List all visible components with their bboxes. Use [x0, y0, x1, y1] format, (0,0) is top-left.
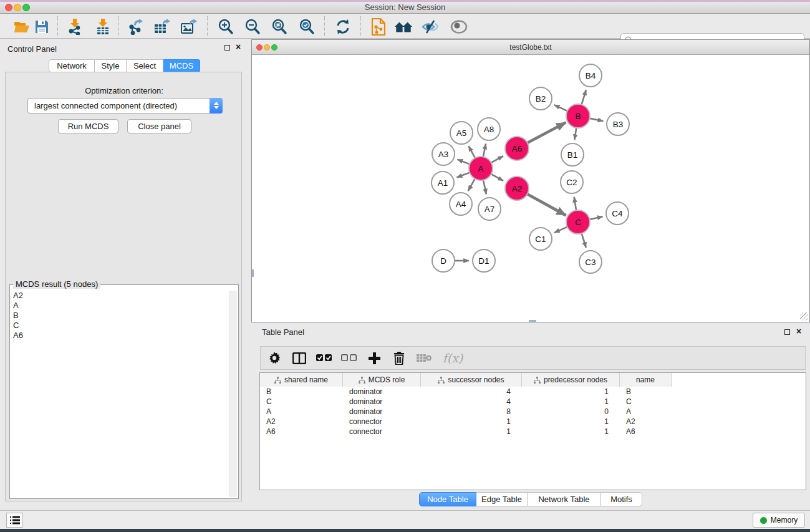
table-cell[interactable]: B [260, 387, 343, 396]
table-cell[interactable]: A6 [260, 427, 343, 436]
tab-motifs[interactable]: Motifs [601, 492, 642, 506]
graph-node-A4[interactable]: A4 [450, 193, 472, 215]
graph-node-B2[interactable]: B2 [529, 87, 552, 110]
tab-style[interactable]: Style [95, 59, 127, 72]
import-network-icon[interactable] [65, 19, 84, 35]
table-cell[interactable]: 1 [522, 427, 620, 436]
graph-node-B3[interactable]: B3 [607, 113, 629, 135]
new-network-from-file-icon[interactable] [369, 19, 388, 35]
graph-node-C[interactable]: C [566, 210, 590, 234]
tab-mcds[interactable]: MCDS [163, 59, 200, 72]
table-cell[interactable]: C [620, 397, 672, 406]
table-cell[interactable]: B [620, 387, 672, 396]
table-row[interactable]: A6connector11A6 [260, 427, 806, 437]
graph-node-B[interactable]: B [566, 104, 590, 128]
zoom-in-icon[interactable] [216, 19, 235, 35]
table-cell[interactable]: 8 [421, 407, 522, 416]
column-header-shared-name[interactable]: shared name [260, 373, 343, 387]
graph-node-B1[interactable]: B1 [561, 143, 584, 166]
column-header-successor-nodes[interactable]: successor nodes [421, 373, 522, 387]
column-settings-gear-icon[interactable] [266, 352, 283, 364]
table-cell[interactable]: 4 [421, 397, 522, 406]
show-graphics-details-icon[interactable] [450, 19, 468, 35]
column-header-predecessor-nodes[interactable]: predecessor nodes [522, 373, 620, 387]
network-graph-canvas[interactable]: AA6A2BCA5A8A3A1A4A7B2B4B3B1C2C4C1C3DD1 [252, 56, 809, 322]
table-cell[interactable]: 1 [522, 417, 620, 426]
optimization-criterion-select[interactable]: largest connected component (directed) [27, 98, 223, 114]
export-network-icon[interactable] [127, 19, 145, 35]
network-window-titlebar[interactable]: testGlobe.txt [252, 40, 809, 55]
mcds-result-list[interactable]: A2ABCA6 [11, 291, 229, 497]
run-mcds-button[interactable]: Run MCDS [58, 119, 118, 133]
column-header-name[interactable]: name [620, 373, 672, 387]
table-cell[interactable]: 4 [421, 387, 522, 396]
tab-network[interactable]: Network [49, 59, 95, 72]
table-cell[interactable]: connector [343, 427, 421, 436]
table-row[interactable]: Adominator80A [260, 407, 806, 417]
zoom-selected-icon[interactable] [297, 19, 316, 35]
tab-edge-table[interactable]: Edge Table [476, 492, 528, 506]
column-header-MCDS-role[interactable]: MCDS role [343, 373, 421, 387]
mcds-result-item[interactable]: B [13, 311, 229, 321]
refresh-view-icon[interactable] [334, 19, 352, 35]
control-panel-close-button[interactable]: × [236, 43, 241, 51]
graph-node-A6[interactable]: A6 [505, 137, 529, 160]
mcds-result-item[interactable]: C [13, 321, 229, 331]
graph-node-D[interactable]: D [432, 249, 455, 272]
table-cell[interactable]: 1 [421, 417, 522, 426]
tab-node-table[interactable]: Node Table [419, 492, 476, 506]
tab-network-table[interactable]: Network Table [528, 492, 601, 506]
table-cell[interactable]: A [260, 407, 343, 416]
graph-node-B4[interactable]: B4 [579, 64, 602, 87]
table-cell[interactable]: A2 [620, 417, 672, 426]
graph-node-A[interactable]: A [469, 157, 493, 180]
table-row[interactable]: Cdominator41C [260, 397, 806, 407]
toggle-table-mode-icon[interactable] [291, 352, 308, 364]
table-cell[interactable]: 0 [522, 407, 620, 416]
graph-node-D1[interactable]: D1 [473, 249, 495, 272]
control-panel-float-button[interactable] [224, 44, 230, 52]
table-row[interactable]: A2connector11A2 [260, 417, 806, 427]
table-cell[interactable]: 1 [522, 397, 620, 406]
import-table-icon[interactable] [94, 19, 112, 35]
zoom-out-icon[interactable] [243, 19, 262, 35]
node-table[interactable]: shared nameMCDS rolesuccessor nodesprede… [259, 372, 806, 490]
table-cell[interactable]: 1 [522, 387, 620, 396]
graph-node-C4[interactable]: C4 [606, 202, 629, 225]
table-cell[interactable]: A6 [620, 427, 672, 436]
memory-button[interactable]: Memory [753, 513, 805, 528]
table-cell[interactable]: 1 [421, 427, 522, 436]
table-cell[interactable]: connector [343, 417, 421, 426]
mcds-result-scrollbar[interactable] [229, 291, 237, 497]
table-panel-close-button[interactable]: × [796, 327, 801, 336]
close-panel-button[interactable]: Close panel [127, 119, 191, 133]
export-image-icon[interactable] [180, 19, 198, 35]
tab-select[interactable]: Select [127, 59, 163, 72]
graph-node-A1[interactable]: A1 [432, 172, 454, 194]
home-layout-icon[interactable] [394, 19, 413, 35]
export-table-icon[interactable] [153, 19, 171, 35]
open-session-icon[interactable] [12, 19, 31, 35]
graph-node-A3[interactable]: A3 [432, 143, 455, 165]
mcds-result-item[interactable]: A2 [13, 291, 229, 301]
mcds-result-item[interactable]: A [13, 301, 229, 311]
delete-columns-trash-icon[interactable] [390, 352, 408, 365]
table-cell[interactable]: A2 [260, 417, 343, 426]
graph-node-A5[interactable]: A5 [450, 122, 473, 144]
save-session-icon[interactable] [32, 19, 51, 35]
hide-graphics-details-icon[interactable] [421, 19, 440, 35]
graph-node-A7[interactable]: A7 [478, 198, 501, 220]
resize-grip[interactable] [800, 312, 808, 321]
select-all-checkboxes-icon[interactable] [316, 354, 333, 362]
graph-node-C3[interactable]: C3 [579, 251, 602, 273]
graph-node-A8[interactable]: A8 [478, 118, 500, 140]
create-column-icon[interactable] [365, 352, 383, 364]
graph-node-C2[interactable]: C2 [561, 171, 583, 193]
table-cell[interactable]: A [620, 407, 672, 416]
table-cell[interactable]: dominator [343, 397, 421, 406]
graph-node-A2[interactable]: A2 [505, 177, 529, 200]
mcds-result-item[interactable]: A6 [13, 331, 229, 341]
table-cell[interactable]: C [260, 397, 343, 406]
task-history-button[interactable] [6, 513, 23, 528]
deselect-all-checkboxes-icon[interactable] [340, 354, 358, 362]
